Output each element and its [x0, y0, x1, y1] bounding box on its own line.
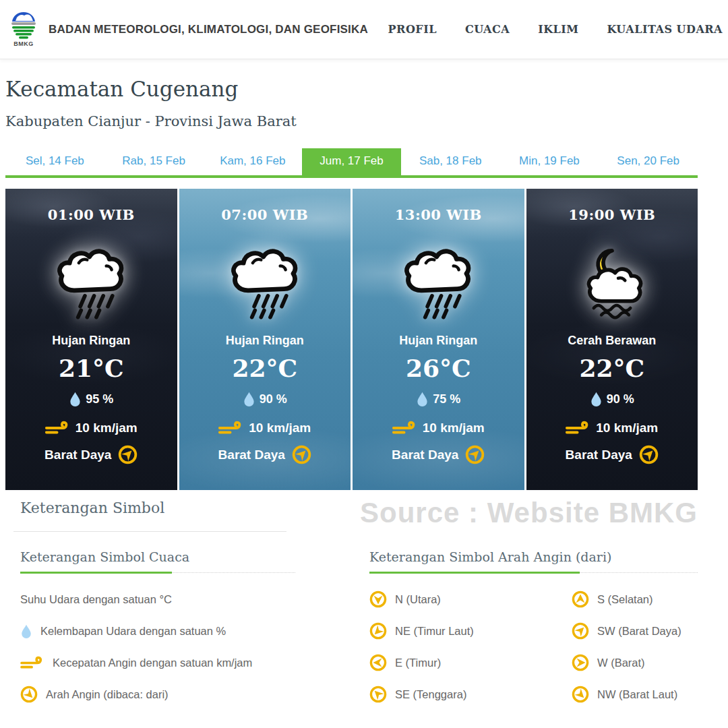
wind-dir-nw: NW (Barat Laut): [572, 686, 681, 703]
compass-n-icon: [369, 590, 387, 608]
wind-dir-label: W (Barat): [597, 657, 645, 669]
bmkg-logo-icon: [10, 11, 37, 40]
compass-s-icon: [572, 590, 589, 608]
tab-sel-14-feb[interactable]: Sel, 14 Feb: [5, 148, 104, 175]
forecast-wind-direction: Barat Daya: [566, 448, 632, 462]
legend-item-temperature: Suhu Udara dengan satuan °C: [20, 590, 369, 608]
legend-label: Kecepatan Angin dengan satuan km/jam: [53, 657, 252, 669]
compass-se-icon: [366, 682, 391, 707]
bmkg-logo-label: BMKG: [13, 40, 34, 47]
compass-icon: [17, 682, 42, 707]
bmkg-logo[interactable]: BMKG: [7, 11, 40, 47]
compass-e-icon: [369, 654, 387, 671]
wind-dir-label: NE (Timur Laut): [395, 625, 474, 638]
droplet-icon: [69, 391, 82, 407]
forecast-time: 07:00 WIB: [221, 206, 308, 223]
forecast-temperature: 26°C: [406, 354, 471, 382]
wind-dir-n: N (Utara): [369, 590, 572, 608]
legend-item-wind-direction: Arah Angin (dibaca: dari): [20, 686, 369, 703]
forecast-humidity: 90 %: [260, 392, 287, 406]
forecast-card-0700: 07:00 WIB Hujan Ringan 22°C 90 % 10 km/j…: [179, 189, 351, 490]
legend-label: Arah Angin (dibaca: dari): [46, 688, 169, 701]
wind-dir-label: SW (Barat Daya): [597, 625, 681, 638]
org-name: BADAN METEOROLOGI, KLIMATOLOGI, DAN GEOF…: [49, 23, 368, 36]
nav-item-cuaca[interactable]: CUACA: [465, 23, 510, 36]
droplet-icon: [20, 624, 32, 639]
tab-kam-16-feb[interactable]: Kam, 16 Feb: [203, 148, 302, 175]
compass-ne-icon: [366, 619, 391, 644]
date-tabs: Sel, 14 Feb Rab, 15 Feb Kam, 16 Feb Jum,…: [5, 148, 698, 178]
compass-sw-icon: [635, 441, 663, 468]
moon-cloud-icon: [572, 240, 652, 320]
compass-sw-icon: [568, 619, 593, 644]
compass-sw-icon: [461, 441, 489, 468]
wind-dir-e: E (Timur): [369, 654, 572, 671]
nav-item-iklim[interactable]: IKLIM: [538, 23, 578, 36]
legend-label: Kelembapan Udara dengan satuan %: [40, 625, 226, 638]
wind-dir-label: N (Utara): [395, 593, 441, 606]
rain-cloud-icon: [225, 240, 305, 320]
wind-icon: [392, 420, 417, 436]
tab-jum-17-feb-active[interactable]: Jum, 17 Feb: [302, 148, 401, 175]
forecast-card-1300: 13:00 WIB Hujan Ringan 26°C 75 % 10 km/j…: [353, 189, 524, 490]
forecast-card-0100: 01:00 WIB Hujan Ringan 21°C 95 % 10 km/j…: [5, 189, 177, 490]
wind-dir-se: SE (Tenggara): [369, 686, 572, 703]
forecast-humidity: 95 %: [86, 392, 113, 406]
wind-dir-sw: SW (Barat Daya): [572, 622, 681, 640]
weather-symbol-legend: Keterangan Simbol Cuaca Suhu Udara denga…: [5, 549, 369, 703]
page-subtitle: Kabupaten Cianjur - Provinsi Jawa Barat: [5, 113, 698, 129]
forecast-condition: Hujan Ringan: [399, 334, 477, 348]
wind-dir-label: S (Selatan): [597, 593, 653, 606]
wind-icon: [45, 420, 70, 436]
forecast-wind-speed: 10 km/jam: [596, 421, 658, 435]
weather-legend-heading: Keterangan Simbol Cuaca: [20, 549, 295, 573]
legend-section: Source : Website BMKG Keterangan Simbol …: [5, 499, 698, 703]
forecast-temperature: 22°C: [232, 354, 297, 382]
forecast-humidity: 75 %: [433, 392, 460, 406]
wind-icon: [218, 420, 243, 436]
nav-item-profil[interactable]: PROFIL: [388, 23, 437, 36]
nav-item-kualitas-udara[interactable]: KUALITAS UDARA: [607, 23, 723, 36]
wind-icon: [566, 420, 590, 436]
droplet-icon: [416, 391, 429, 407]
forecast-wind-speed: 10 km/jam: [423, 421, 485, 435]
legend-item-wind-speed: Kecepatan Angin dengan satuan km/jam: [20, 654, 369, 671]
bmkg-weather-page: BMKG BADAN METEOROLOGI, KLIMATOLOGI, DAN…: [0, 0, 728, 728]
tab-sen-20-feb[interactable]: Sen, 20 Feb: [599, 148, 698, 175]
forecast-wind-direction: Barat Daya: [44, 448, 111, 462]
forecast-wind-speed: 10 km/jam: [75, 421, 138, 435]
forecast-condition: Hujan Ringan: [52, 334, 130, 348]
legend-divider: [13, 531, 286, 532]
wind-dir-w: W (Barat): [572, 654, 681, 671]
tab-rab-15-feb[interactable]: Rab, 15 Feb: [104, 148, 204, 175]
tab-min-19-feb[interactable]: Min, 19 Feb: [500, 148, 599, 175]
droplet-icon: [590, 391, 603, 407]
forecast-temperature: 22°C: [579, 354, 644, 382]
droplet-icon: [243, 391, 255, 407]
header: BMKG BADAN METEOROLOGI, KLIMATOLOGI, DAN…: [0, 0, 728, 59]
forecast-card-1900: 19:00 WIB Cerah Berawan 22°C 90 % 10 km/…: [526, 189, 698, 490]
forecast-wind-direction: Barat Daya: [218, 448, 285, 462]
forecast-condition: Cerah Berawan: [568, 334, 656, 348]
wind-dir-ne: NE (Timur Laut): [369, 622, 572, 640]
source-watermark: Source : Website BMKG: [360, 497, 698, 529]
legend-label: Suhu Udara dengan satuan °C: [20, 593, 172, 606]
wind-direction-legend: Keterangan Simbol Arah Angin (dari) N (U…: [369, 549, 698, 703]
legend-item-humidity: Kelembapan Udara dengan satuan %: [20, 622, 369, 640]
tab-sab-18-feb[interactable]: Sab, 18 Feb: [401, 148, 500, 175]
compass-w-icon: [572, 654, 589, 671]
wind-dir-s: S (Selatan): [572, 590, 681, 608]
forecast-temperature: 21°C: [59, 354, 124, 382]
forecast-time: 01:00 WIB: [48, 206, 135, 223]
forecast-cards: 01:00 WIB Hujan Ringan 21°C 95 % 10 km/j…: [5, 189, 698, 490]
wind-icon: [20, 655, 44, 671]
page-title: Kecamatan Cugenang: [5, 77, 698, 101]
rain-cloud-icon: [51, 240, 131, 320]
main-nav: PROFIL CUACA IKLIM KUALITAS UDARA: [388, 23, 725, 36]
wind-dir-label: E (Timur): [395, 657, 441, 669]
forecast-time: 13:00 WIB: [395, 206, 482, 223]
wind-legend-heading: Keterangan Simbol Arah Angin (dari): [369, 549, 698, 573]
compass-nw-icon: [568, 682, 593, 707]
compass-sw-icon: [114, 441, 142, 468]
main-content: Kecamatan Cugenang Kabupaten Cianjur - P…: [0, 59, 728, 703]
